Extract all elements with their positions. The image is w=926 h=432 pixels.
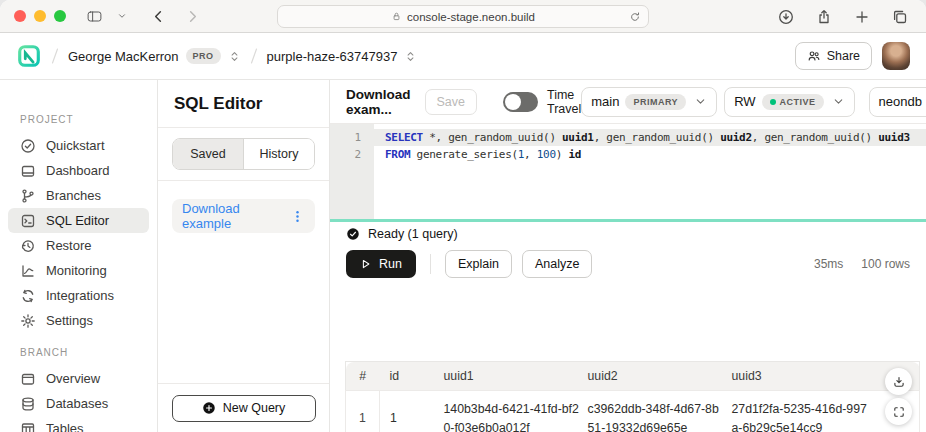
sidebar-item-databases[interactable]: Databases [8,391,149,416]
quickstart-icon [20,138,36,154]
query-status-bar: Ready (1 query) [330,222,926,246]
active-badge: ACTIVE [762,94,824,110]
panel-footer: New Query [158,383,329,432]
updown-icon[interactable] [404,50,417,63]
sidebar-item-tables[interactable]: Tables [8,416,149,432]
reload-icon[interactable] [629,11,641,23]
query-tabs: SavedHistory [158,128,329,181]
editor-toolbar: Download exam... Save Time Travel main P… [330,80,926,124]
lock-icon [391,11,402,22]
editor-main: Download exam... Save Time Travel main P… [330,80,926,432]
cell-uuid1: 140b3b4d-6421-41fd-bf20-f03e6b0a012f [434,391,578,432]
plus-circle-icon [202,401,216,415]
project-breadcrumb[interactable]: purple-haze-63747937 [267,49,418,64]
sidebar-item-sql-editor[interactable]: SQL Editor [8,208,149,233]
time-travel-toggle[interactable] [503,92,538,112]
play-icon [360,258,372,270]
address-bar[interactable]: console-stage.neon.build [277,5,649,28]
uuid-value: 140b3b4d-6421-41fd-bf20-f03e6b0a012f [444,400,582,432]
time-travel-label: Time Travel [547,88,581,116]
browser-share-button[interactable] [812,5,836,29]
query-row-count: 100 rows [861,257,910,271]
back-button[interactable] [146,4,170,28]
query-title: Download exam... [346,87,411,117]
tab-history[interactable]: History [244,139,314,169]
overview-icon [20,371,36,387]
share-button[interactable]: Share [795,42,872,70]
uuid-value: 27d1f2fa-5235-416d-997a-6b29c5e14cc9 [732,400,870,432]
sidebar-section-label: PROJECT [0,114,157,133]
sidebar-item-integrations[interactable]: Integrations [8,283,149,308]
plan-badge: PRO [186,48,221,64]
chevron-down-icon [117,11,127,21]
new-tab-icon [854,9,870,25]
browser-sidebar-toggle-icon[interactable] [82,4,106,28]
url-text: console-stage.neon.build [407,11,535,23]
updown-icon[interactable] [228,50,241,63]
active-status-dot [770,99,776,105]
minimize-window-button[interactable] [34,10,46,22]
results-table: #iduuid1uuid2uuid3 11140b3b4d-6421-41fd-… [345,361,920,432]
status-text: Ready (1 query) [368,227,458,241]
results-table-container: #iduuid1uuid2uuid3 11140b3b4d-6421-41fd-… [345,361,920,432]
chevron-down-icon [694,95,707,108]
expand-icon [892,405,906,419]
neon-logo[interactable] [16,43,42,69]
browser-toolbar: console-stage.neon.build [0,0,926,33]
sidebar-item-overview[interactable]: Overview [8,366,149,391]
window-controls[interactable] [14,10,66,22]
new-tab-button[interactable] [850,5,874,29]
sidebar-item-restore[interactable]: Restore [8,233,149,258]
sidebar-item-branches[interactable]: Branches [8,183,149,208]
forward-button[interactable] [180,4,204,28]
user-avatar[interactable] [882,42,910,70]
sidebar-item-monitoring[interactable]: Monitoring [8,258,149,283]
tab-overview-button[interactable] [888,5,912,29]
save-button[interactable]: Save [425,89,478,115]
branches-icon [20,188,36,204]
forward-icon [185,9,200,24]
account-name: George MacKerron [68,49,179,64]
saved-query-list: Download example [158,181,329,251]
sidebar-toggle-icon [87,9,102,24]
databases-icon [20,396,36,412]
tab-saved[interactable]: Saved [173,139,244,169]
table-row[interactable]: 11140b3b4d-6421-41fd-bf20-f03e6b0a012fc3… [346,391,920,432]
restore-icon [20,238,36,254]
saved-query-item[interactable]: Download example [172,199,315,233]
breadcrumb-separator [48,47,62,65]
back-icon [151,9,166,24]
integrations-icon [20,288,36,304]
database-select[interactable]: neondb [869,87,926,117]
explain-button[interactable]: Explain [445,250,512,278]
branch-select[interactable]: main PRIMARY [581,87,717,117]
expand-results-button[interactable] [885,398,912,425]
zoom-window-button[interactable] [54,10,66,22]
sidebar-item-dashboard[interactable]: Dashboard [8,158,149,183]
line-number-gutter: 12 [330,124,374,219]
column-header-uuid1: uuid1 [434,362,578,391]
sql-code-editor[interactable]: 12 SELECT *, gen_random_uuid() uuid1, ge… [330,124,926,219]
sidebar-item-settings[interactable]: Settings [8,308,149,333]
dashboard-icon [20,163,36,179]
kebab-icon[interactable] [290,209,305,224]
sidebar-section-label: BRANCH [0,347,157,366]
run-button[interactable]: Run [346,250,416,278]
cell-row-number: 1 [346,391,380,432]
account-breadcrumb[interactable]: George MacKerron PRO [68,48,241,64]
check-circle-filled-icon [346,227,360,241]
people-icon [807,49,821,63]
new-query-button[interactable]: New Query [172,395,316,422]
queries-panel: SQL Editor SavedHistory Download example… [158,80,330,432]
sql-editor-icon [20,213,36,229]
settings-icon [20,313,36,329]
sidebar-item-quickstart[interactable]: Quickstart [8,133,149,158]
sidebar-chevron-down-icon[interactable] [110,4,134,28]
analyze-button[interactable]: Analyze [522,250,592,278]
downloads-button[interactable] [774,5,798,29]
query-actions: Run Explain Analyze 35ms 100 rows [330,246,926,282]
close-window-button[interactable] [14,10,26,22]
compute-select[interactable]: RW ACTIVE [724,87,854,117]
project-name: purple-haze-63747937 [267,49,398,64]
download-results-button[interactable] [885,368,912,395]
